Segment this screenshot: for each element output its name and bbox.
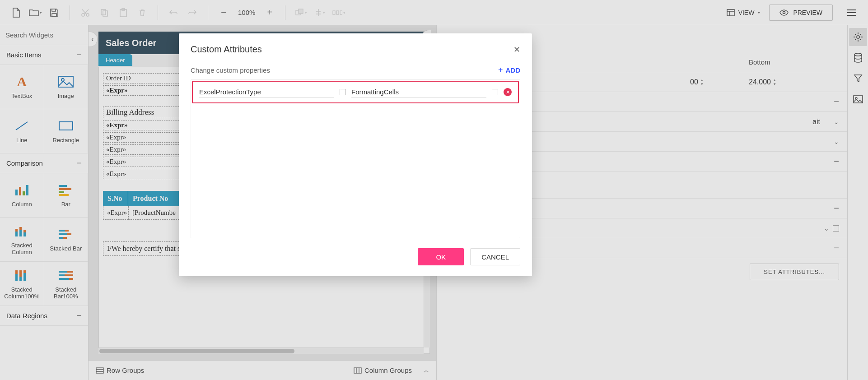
fx-toggle[interactable]	[340, 89, 346, 95]
fx-toggle[interactable]	[492, 89, 498, 95]
custom-attributes-dialog: Custom Attributes ✕ Change custom proper…	[179, 33, 532, 276]
ok-button[interactable]: OK	[418, 248, 464, 265]
cancel-button[interactable]: CANCEL	[470, 248, 520, 265]
attr-name-input[interactable]	[199, 86, 334, 98]
attribute-row: ✕	[192, 81, 519, 103]
close-icon[interactable]: ✕	[513, 45, 520, 55]
delete-row-icon[interactable]: ✕	[504, 88, 512, 96]
attribute-list: ✕	[191, 79, 520, 238]
add-button[interactable]: + ADD	[498, 65, 520, 75]
dialog-subtitle: Change custom properties	[191, 66, 270, 74]
plus-icon: +	[498, 65, 503, 75]
dialog-title: Custom Attributes	[191, 44, 262, 55]
attr-value-input[interactable]	[351, 86, 486, 98]
